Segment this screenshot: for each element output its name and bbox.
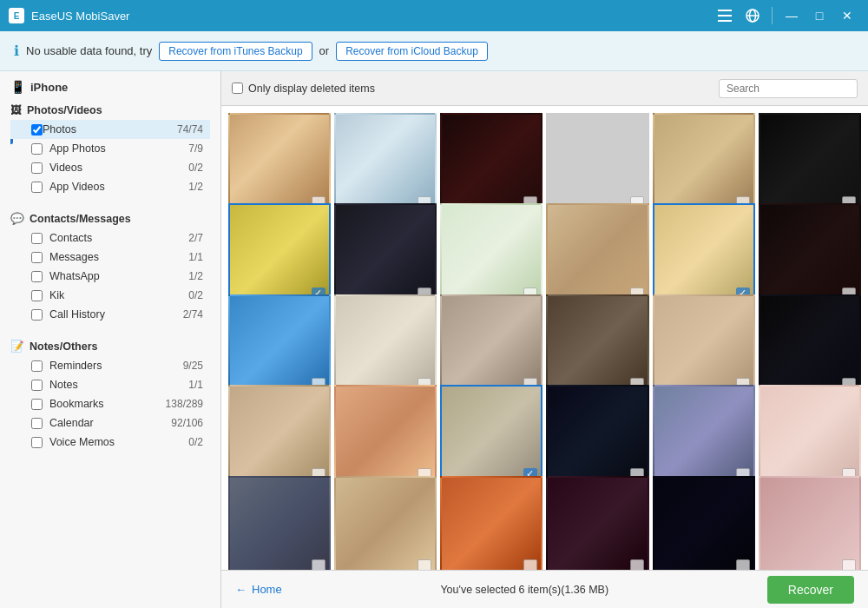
- bookmarks-label: Bookmarks: [49, 398, 166, 410]
- photos-count: 74/74: [177, 123, 203, 135]
- sidebar-item-whatsapp[interactable]: WhatsApp 1/2: [10, 267, 210, 286]
- photo-item[interactable]: [334, 385, 437, 487]
- photo-item[interactable]: ✓: [440, 385, 542, 487]
- app-title: EaseUS MobiSaver: [31, 10, 129, 23]
- svg-rect-0: [718, 10, 732, 11]
- app-videos-checkbox[interactable]: [31, 182, 43, 193]
- sidebar-item-photos[interactable]: Photos 74/74: [10, 120, 210, 139]
- sidebar-item-videos[interactable]: Videos 0/2: [10, 158, 210, 177]
- home-label: Home: [252, 583, 282, 596]
- photo-item[interactable]: [653, 294, 755, 397]
- recover-button[interactable]: Recover: [767, 576, 854, 604]
- whatsapp-label: WhatsApp: [49, 270, 188, 282]
- sidebar-section-contacts: 💬 Contacts/Messages Contacts 2/7 Message…: [0, 207, 220, 327]
- photo-item[interactable]: [228, 385, 331, 487]
- svg-rect-2: [718, 20, 732, 22]
- voice-memos-count: 0/2: [188, 436, 203, 448]
- whatsapp-checkbox[interactable]: [31, 271, 43, 282]
- titlebar-controls: — □ ✕: [713, 3, 859, 28]
- messages-checkbox[interactable]: [31, 252, 43, 263]
- photo-item[interactable]: [334, 203, 437, 306]
- photo-item[interactable]: [546, 203, 648, 306]
- videos-checkbox[interactable]: [31, 162, 43, 174]
- photo-item[interactable]: [653, 385, 755, 487]
- sidebar-item-calendar[interactable]: Calendar 92/106: [10, 413, 210, 433]
- globe-icon[interactable]: [740, 3, 765, 28]
- sidebar-item-app-photos[interactable]: App Photos 7/9: [10, 139, 210, 158]
- app-photos-checkbox[interactable]: [31, 143, 43, 155]
- calendar-checkbox[interactable]: [31, 418, 43, 429]
- infobar: ℹ No usable data found, try Recover from…: [0, 31, 868, 71]
- notes-checkbox[interactable]: [31, 380, 43, 391]
- sidebar-item-bookmarks[interactable]: Bookmarks 138/289: [10, 394, 210, 413]
- photo-item[interactable]: [759, 113, 861, 215]
- photo-item[interactable]: [440, 294, 542, 397]
- photo-item[interactable]: [440, 113, 542, 215]
- contacts-label: Contacts: [49, 232, 188, 244]
- maximize-button[interactable]: □: [807, 3, 832, 28]
- photo-item[interactable]: [546, 294, 648, 397]
- reminders-checkbox[interactable]: [31, 360, 43, 372]
- home-button[interactable]: ← Home: [235, 583, 282, 596]
- app-videos-label: App Videos: [49, 181, 188, 193]
- sidebar-item-call-history[interactable]: Call History 2/74: [10, 305, 210, 324]
- voice-memos-label: Voice Memos: [49, 436, 188, 448]
- sidebar: iPhone 🖼 Photos/Videos Photos 74/74 App …: [0, 71, 221, 608]
- photo-item[interactable]: [653, 113, 755, 215]
- photo-item[interactable]: [546, 113, 648, 215]
- photo-item[interactable]: [653, 476, 755, 570]
- voice-memos-checkbox[interactable]: [31, 437, 43, 448]
- deleted-items-filter[interactable]: Only display deleted items: [232, 83, 375, 95]
- photo-checkbox[interactable]: [523, 559, 537, 570]
- kik-label: Kik: [49, 289, 188, 301]
- contacts-section-icon: 💬: [10, 212, 24, 225]
- deleted-items-label: Only display deleted items: [248, 83, 375, 95]
- recover-icloud-button[interactable]: Recover from iCloud Backup: [336, 42, 488, 61]
- contacts-section-label: Contacts/Messages: [30, 213, 131, 225]
- photo-checkbox[interactable]: [630, 559, 644, 570]
- photo-item[interactable]: [228, 113, 331, 215]
- photo-checkbox[interactable]: [312, 559, 326, 570]
- menu-icon[interactable]: [713, 3, 737, 28]
- photo-item[interactable]: [546, 385, 648, 487]
- sidebar-item-notes[interactable]: Notes 1/1: [10, 375, 210, 394]
- close-button[interactable]: ✕: [835, 3, 859, 28]
- photo-item[interactable]: [334, 294, 437, 397]
- photos-section-icon: 🖼: [10, 104, 22, 116]
- deleted-items-checkbox[interactable]: [232, 83, 243, 94]
- sidebar-section-photos: 🖼 Photos/Videos Photos 74/74 App Photos …: [0, 99, 220, 200]
- photo-item[interactable]: [334, 476, 437, 570]
- photo-item[interactable]: [546, 476, 648, 570]
- photo-item[interactable]: [440, 476, 542, 570]
- sidebar-item-kik[interactable]: Kik 0/2: [10, 286, 210, 305]
- search-input[interactable]: [719, 79, 858, 98]
- photo-item[interactable]: [759, 294, 861, 397]
- sidebar-item-voice-memos[interactable]: Voice Memos 0/2: [10, 433, 210, 452]
- reminders-label: Reminders: [49, 360, 183, 372]
- recover-itunes-button[interactable]: Recover from iTunes Backup: [159, 42, 312, 61]
- photo-item[interactable]: [440, 203, 542, 306]
- photo-item[interactable]: [228, 476, 331, 570]
- photo-checkbox[interactable]: [418, 559, 431, 570]
- photo-item[interactable]: ✓: [653, 203, 755, 306]
- sidebar-item-reminders[interactable]: Reminders 9/25: [10, 356, 210, 375]
- call-history-checkbox[interactable]: [31, 309, 43, 321]
- photo-item[interactable]: ✓: [228, 203, 331, 306]
- photo-item[interactable]: [759, 385, 861, 487]
- kik-checkbox[interactable]: [31, 290, 43, 301]
- call-history-count: 2/74: [183, 308, 203, 321]
- photo-checkbox[interactable]: [842, 559, 856, 570]
- sidebar-item-contacts[interactable]: Contacts 2/7: [10, 228, 210, 248]
- photo-item[interactable]: [759, 476, 861, 570]
- minimize-button[interactable]: —: [779, 3, 804, 28]
- photo-checkbox[interactable]: [736, 559, 750, 570]
- call-history-label: Call History: [49, 308, 183, 321]
- photos-checkbox[interactable]: [31, 124, 43, 135]
- photo-item[interactable]: [759, 203, 861, 306]
- photo-item[interactable]: [228, 294, 331, 397]
- photo-item[interactable]: [334, 113, 437, 215]
- contacts-checkbox[interactable]: [31, 233, 43, 244]
- sidebar-item-messages[interactable]: Messages 1/1: [10, 248, 210, 267]
- sidebar-item-app-videos[interactable]: App Videos 1/2: [10, 177, 210, 196]
- bookmarks-checkbox[interactable]: [31, 399, 43, 410]
